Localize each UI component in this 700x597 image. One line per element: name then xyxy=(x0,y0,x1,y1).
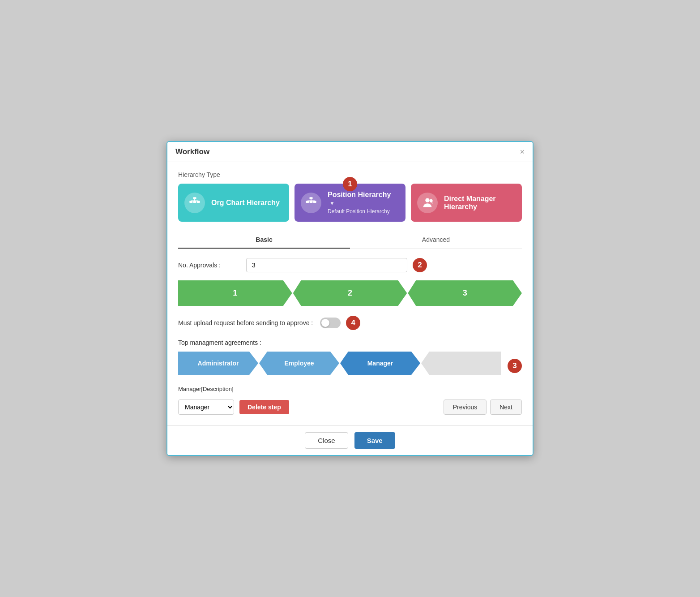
dropdown-arrow: ▼ xyxy=(329,200,335,206)
org-chart-icon xyxy=(184,193,205,213)
mgmt-step-empty[interactable] xyxy=(421,352,501,375)
hierarchy-cards-wrapper: 1 Org Chart H xyxy=(178,184,522,222)
tabs-container: Basic Advanced xyxy=(178,232,522,249)
badge-3: 3 xyxy=(508,359,522,373)
previous-button[interactable]: Previous xyxy=(444,399,487,415)
position-sub-label: Default Position Hierarchy xyxy=(328,208,399,215)
footer-close-button[interactable]: Close xyxy=(305,432,348,449)
no-approvals-label: No. Approvals : xyxy=(178,262,241,269)
green-step-3[interactable]: 3 xyxy=(408,280,522,306)
direct-manager-hierarchy-card[interactable]: Direct Manager Hierarchy xyxy=(411,184,522,222)
mgmt-step-manager[interactable]: Manager xyxy=(340,352,420,375)
step-description: Manager[Description] xyxy=(178,386,522,392)
top-mgmt-label: Top managment agreements : xyxy=(178,339,522,346)
no-approvals-input-wrapper: 2 xyxy=(246,258,407,272)
mgmt-steps-bar: Administrator Employee Manager xyxy=(178,352,502,375)
mgmt-step-administrator[interactable]: Administrator xyxy=(178,352,258,375)
step-select[interactable]: Manager Employee Administrator xyxy=(178,399,234,415)
org-chart-hierarchy-card[interactable]: Org Chart Hierarchy xyxy=(178,184,289,222)
close-icon[interactable]: × xyxy=(520,148,525,156)
position-card-text: Position Hierarchy ▼ Default Position Hi… xyxy=(328,191,399,215)
no-approvals-row: No. Approvals : 2 xyxy=(178,258,522,272)
direct-manager-card-text: Direct Manager Hierarchy xyxy=(444,195,516,211)
upload-label: Must upload request before sending to ap… xyxy=(178,319,313,326)
bottom-row: Manager Employee Administrator Delete st… xyxy=(178,399,522,415)
position-icon xyxy=(301,193,321,213)
badge-1: 1 xyxy=(343,177,357,191)
green-step-1[interactable]: 1 xyxy=(178,280,292,306)
navigation-buttons: Previous Next xyxy=(444,399,522,415)
svg-point-12 xyxy=(425,198,429,202)
no-approvals-input[interactable] xyxy=(246,258,407,272)
dialog-title: Workflow xyxy=(175,147,209,156)
dialog-body: Hierarchy Type 1 xyxy=(167,162,533,425)
tab-advanced[interactable]: Advanced xyxy=(350,232,522,249)
badge-4: 4 xyxy=(346,316,360,330)
tab-basic[interactable]: Basic xyxy=(178,232,350,249)
mgmt-steps-wrapper: Administrator Employee Manager 3 xyxy=(178,352,522,380)
badge-2: 2 xyxy=(413,258,427,272)
dialog-header: Workflow × xyxy=(167,142,533,162)
workflow-dialog: Workflow × Hierarchy Type 1 xyxy=(166,141,534,456)
mgmt-step-employee[interactable]: Employee xyxy=(259,352,339,375)
svg-point-13 xyxy=(430,199,433,202)
green-steps-bar: 1 2 3 xyxy=(178,280,522,306)
next-button[interactable]: Next xyxy=(490,399,522,415)
org-chart-card-text: Org Chart Hierarchy xyxy=(211,199,280,207)
org-chart-label: Org Chart Hierarchy xyxy=(211,199,280,207)
dialog-footer: Close Save xyxy=(167,425,533,455)
upload-toggle[interactable] xyxy=(320,318,341,328)
direct-manager-label: Direct Manager Hierarchy xyxy=(444,195,516,211)
svg-rect-0 xyxy=(193,197,196,199)
svg-rect-6 xyxy=(310,197,313,199)
delete-step-button[interactable]: Delete step xyxy=(239,400,289,414)
green-step-2[interactable]: 2 xyxy=(293,280,407,306)
upload-toggle-row: Must upload request before sending to ap… xyxy=(178,316,522,330)
position-label: Position Hierarchy ▼ xyxy=(328,191,399,207)
footer-save-button[interactable]: Save xyxy=(354,432,395,449)
direct-manager-icon xyxy=(417,193,438,213)
